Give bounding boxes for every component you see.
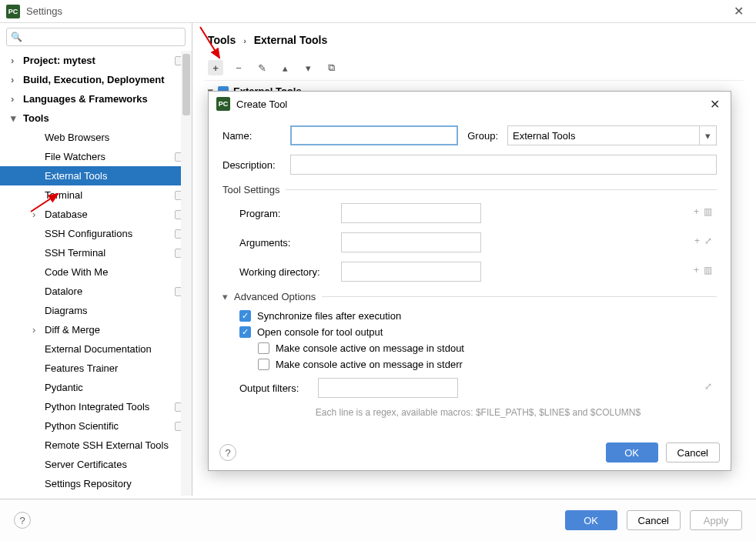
sidebar-item-diagrams[interactable]: Diagrams	[0, 301, 192, 320]
description-label: Description:	[222, 159, 281, 171]
sidebar-item-features-trainer[interactable]: Features Trainer	[0, 359, 192, 378]
program-input[interactable]	[341, 203, 481, 223]
sidebar-item-shared-indexes[interactable]: Shared Indexes	[0, 493, 192, 496]
move-down-button[interactable]: ▾	[300, 60, 316, 75]
sidebar-item-pydantic[interactable]: Pydantic	[0, 378, 192, 397]
breadcrumb: Tools › External Tools	[208, 34, 744, 46]
sidebar-item-diff-merge[interactable]: ›Diff & Merge	[0, 320, 192, 339]
sidebar-item-file-watchers[interactable]: File Watchers	[0, 147, 192, 166]
edit-tool-button[interactable]: ✎	[254, 60, 269, 75]
description-input[interactable]	[290, 155, 717, 175]
sidebar-item-python-integrated-tools[interactable]: Python Integrated Tools	[0, 397, 192, 416]
stdout-checkbox[interactable]	[258, 342, 269, 354]
sidebar-item-label: SSH Configurations	[45, 228, 132, 239]
external-tools-toolbar: + − ✎ ▴ ▾ ⧉	[205, 55, 744, 81]
browse-folder-icon[interactable]: ▥	[704, 206, 712, 217]
sidebar-item-ssh-terminal[interactable]: SSH Terminal	[0, 243, 192, 262]
chevron-icon: ›	[32, 324, 40, 336]
sync-files-checkbox[interactable]: ✓	[239, 310, 251, 322]
settings-cancel-button[interactable]: Cancel	[627, 510, 681, 530]
workdir-label: Working directory:	[239, 266, 332, 278]
breadcrumb-tools[interactable]: Tools	[208, 34, 236, 46]
sidebar-item-label: Languages & Frameworks	[23, 93, 148, 105]
sidebar-item-project-mytest[interactable]: ›Project: mytest	[0, 51, 192, 70]
advanced-options-header[interactable]: ▾Advanced Options	[222, 291, 717, 302]
insert-macro-icon[interactable]: +	[694, 265, 699, 276]
sidebar-item-label: Diagrams	[45, 305, 88, 316]
arguments-input[interactable]	[341, 232, 481, 252]
sidebar-item-label: Datalore	[45, 286, 82, 297]
sidebar-item-label: External Tools	[45, 170, 107, 182]
settings-sidebar: 🔍 ›Project: mytest›Build, Execution, Dep…	[0, 23, 192, 496]
settings-bottombar: ? OK Cancel Apply	[0, 499, 756, 541]
output-filters-label: Output filters:	[239, 382, 309, 394]
chevron-icon: ›	[11, 55, 18, 66]
stdout-label: Make console active on message in stdout	[276, 342, 464, 354]
stderr-label: Make console active on message in stderr	[276, 359, 463, 370]
settings-apply-button[interactable]: Apply	[690, 510, 742, 530]
sidebar-item-languages-frameworks[interactable]: ›Languages & Frameworks	[0, 89, 192, 109]
name-label: Name:	[222, 130, 281, 142]
workdir-input[interactable]	[341, 262, 481, 282]
sidebar-item-build-execution-deployment[interactable]: ›Build, Execution, Deployment	[0, 70, 192, 89]
stderr-checkbox[interactable]	[258, 359, 269, 370]
dialog-help-button[interactable]: ?	[219, 444, 236, 461]
sidebar-item-label: Pydantic	[45, 382, 83, 393]
browse-folder-icon[interactable]: ▥	[704, 265, 712, 276]
sidebar-item-external-documentation[interactable]: External Documentation	[0, 339, 192, 359]
expand-icon[interactable]: ⤢	[704, 381, 712, 392]
settings-tree[interactable]: ›Project: mytest›Build, Execution, Deplo…	[0, 51, 192, 496]
settings-help-button[interactable]: ?	[14, 512, 31, 529]
sidebar-item-datalore[interactable]: Datalore	[0, 282, 192, 301]
add-tool-button[interactable]: +	[208, 60, 223, 75]
window-title: Settings	[26, 5, 62, 17]
sidebar-item-external-tools[interactable]: External Tools	[0, 166, 192, 185]
insert-macro-icon[interactable]: +	[694, 206, 699, 217]
app-logo: PC	[6, 5, 20, 18]
sync-files-label: Synchronize files after execution	[257, 310, 401, 322]
name-input[interactable]	[290, 125, 458, 145]
settings-ok-button[interactable]: OK	[565, 510, 617, 530]
settings-search-input[interactable]	[6, 28, 186, 46]
breadcrumb-separator-icon: ›	[243, 36, 246, 45]
sidebar-item-ssh-configurations[interactable]: SSH Configurations	[0, 224, 192, 243]
sidebar-item-label: Web Browsers	[45, 132, 109, 143]
sidebar-item-remote-ssh-external-tools[interactable]: Remote SSH External Tools	[0, 436, 192, 455]
sidebar-item-label: Database	[45, 209, 88, 220]
remove-tool-button[interactable]: −	[231, 60, 246, 75]
sidebar-item-python-scientific[interactable]: Python Scientific	[0, 416, 192, 436]
dialog-cancel-button[interactable]: Cancel	[666, 442, 720, 463]
group-select[interactable]	[507, 125, 700, 145]
sidebar-item-database[interactable]: ›Database	[0, 205, 192, 224]
chevron-icon: ›	[32, 209, 40, 220]
sidebar-item-label: Build, Execution, Deployment	[23, 74, 164, 85]
chevron-icon: ▾	[11, 112, 18, 124]
insert-macro-icon[interactable]: +	[694, 235, 700, 246]
window-close-button[interactable]: ✕	[728, 4, 750, 18]
dropdown-arrow-icon[interactable]: ▾	[700, 125, 717, 145]
move-up-button[interactable]: ▴	[277, 60, 293, 75]
sidebar-scrollbar-track	[181, 51, 192, 496]
sidebar-item-code-with-me[interactable]: Code With Me	[0, 262, 192, 282]
group-label: Group:	[467, 130, 498, 142]
dialog-title: Create Tool	[236, 99, 287, 110]
output-filters-hint: Each line is a regex, available macros: …	[239, 407, 717, 418]
sidebar-item-label: Project: mytest	[23, 55, 95, 66]
dialog-ok-button[interactable]: OK	[606, 442, 658, 463]
chevron-icon: ›	[11, 93, 18, 105]
sidebar-item-label: Server Certificates	[45, 459, 127, 470]
arguments-label: Arguments:	[239, 237, 332, 249]
sidebar-scrollbar-thumb[interactable]	[182, 54, 190, 115]
dialog-close-button[interactable]: ✕	[707, 97, 723, 112]
sidebar-item-tools[interactable]: ▾Tools	[0, 109, 192, 128]
sidebar-item-terminal[interactable]: Terminal	[0, 185, 192, 205]
sidebar-item-label: External Documentation	[45, 343, 152, 355]
sidebar-item-label: Diff & Merge	[45, 324, 100, 336]
output-filters-input[interactable]	[318, 378, 458, 398]
copy-tool-button[interactable]: ⧉	[323, 60, 339, 75]
sidebar-item-web-browsers[interactable]: Web Browsers	[0, 128, 192, 147]
expand-icon[interactable]: ⤢	[704, 235, 712, 246]
sidebar-item-server-certificates[interactable]: Server Certificates	[0, 455, 192, 474]
sidebar-item-settings-repository[interactable]: Settings Repository	[0, 474, 192, 493]
open-console-checkbox[interactable]: ✓	[239, 326, 251, 338]
